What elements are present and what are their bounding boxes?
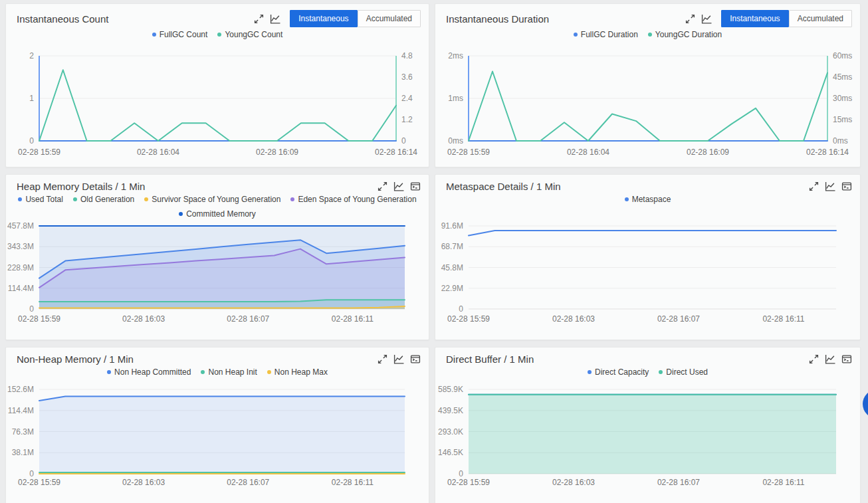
- svg-text:22.9M: 22.9M: [441, 284, 463, 293]
- svg-text:02-28 16:11: 02-28 16:11: [332, 478, 374, 487]
- legend-label: YoungGC Count: [225, 30, 282, 39]
- svg-text:0ms: 0ms: [448, 136, 463, 146]
- expand-icon[interactable]: [254, 14, 264, 24]
- legend-item[interactable]: Committed Memory: [179, 209, 256, 219]
- console-icon[interactable]: [841, 354, 852, 364]
- svg-text:439.5K: 439.5K: [438, 406, 463, 415]
- svg-text:02-28 16:03: 02-28 16:03: [552, 314, 595, 324]
- line-chart-icon[interactable]: [270, 14, 280, 24]
- svg-text:0ms: 0ms: [833, 136, 848, 146]
- legend-dot-icon: [152, 33, 156, 37]
- legend-item[interactable]: FullGC Duration: [574, 30, 638, 39]
- expand-icon[interactable]: [378, 354, 387, 364]
- legend-item[interactable]: Metaspace: [625, 195, 671, 204]
- accumulated-button[interactable]: Accumulated: [789, 10, 852, 27]
- panel-metaspace-details: Metaspace Details / 1 Min Metaspace 91.6…: [435, 174, 861, 340]
- svg-text:1ms: 1ms: [448, 94, 463, 103]
- svg-text:114.4M: 114.4M: [8, 406, 34, 415]
- legend-label: Non Heap Init: [208, 367, 257, 377]
- legend-label: FullGC Duration: [581, 30, 638, 39]
- svg-text:114.4M: 114.4M: [8, 284, 34, 293]
- instantaneous-button[interactable]: Instantaneous: [290, 10, 357, 27]
- line-chart-icon[interactable]: [393, 354, 404, 364]
- legend-row: Non Heap CommittedNon Heap InitNon Heap …: [107, 365, 328, 379]
- panel-direct-buffer: Direct Buffer / 1 Min Direct CapacityDir…: [435, 347, 861, 503]
- legend-row: FullGC CountYoungGC Count: [152, 27, 283, 42]
- panel-header: Instantaneous Count Instantaneous Accumu…: [6, 4, 429, 27]
- expand-icon[interactable]: [378, 181, 387, 191]
- legend-item[interactable]: Survivor Space of Young Generation: [144, 195, 280, 204]
- panel-actions: [809, 354, 852, 364]
- legend-dot-icon: [574, 33, 578, 37]
- svg-text:1.2: 1.2: [401, 115, 413, 124]
- chart-canvas: 152.6M114.4M76.3M38.1M002-28 15:5902-28 …: [6, 381, 429, 490]
- svg-text:0: 0: [401, 136, 406, 146]
- instantaneous-button[interactable]: Instantaneous: [721, 10, 788, 27]
- legend-label: Old Generation: [80, 195, 134, 204]
- legend-item[interactable]: Direct Capacity: [588, 367, 649, 377]
- line-chart-icon[interactable]: [825, 181, 835, 191]
- legend-row: Committed Memory: [179, 207, 256, 221]
- legend-item[interactable]: Non Heap Init: [201, 367, 257, 377]
- chart-canvas: 2104.83.62.41.2002-28 15:5902-28 16:0402…: [6, 42, 429, 160]
- legend-item[interactable]: Non Heap Max: [267, 367, 328, 377]
- svg-text:02-28 15:59: 02-28 15:59: [18, 314, 60, 324]
- panel-title: Metaspace Details / 1 Min: [446, 181, 561, 192]
- svg-text:4.8: 4.8: [401, 51, 413, 60]
- svg-text:76.3M: 76.3M: [12, 427, 34, 437]
- svg-text:02-28 16:04: 02-28 16:04: [567, 148, 609, 157]
- console-icon[interactable]: [410, 354, 421, 364]
- legend-item[interactable]: Direct Used: [659, 367, 708, 377]
- panel-actions: Instantaneous Accumulated: [254, 10, 421, 27]
- svg-text:343.3M: 343.3M: [7, 242, 34, 251]
- svg-text:45ms: 45ms: [833, 72, 852, 82]
- svg-text:38.1M: 38.1M: [12, 448, 34, 457]
- svg-text:02-28 15:59: 02-28 15:59: [447, 314, 490, 324]
- panel-title: Heap Memory Details / 1 Min: [17, 181, 145, 192]
- accumulated-button[interactable]: Accumulated: [358, 10, 421, 27]
- legend-label: Metaspace: [632, 195, 671, 204]
- svg-text:02-28 16:11: 02-28 16:11: [332, 314, 374, 324]
- line-chart-icon[interactable]: [825, 354, 835, 364]
- line-chart-icon[interactable]: [393, 181, 404, 191]
- legend-label: FullGC Count: [160, 30, 208, 39]
- panel-non-heap-memory: Non-Heap Memory / 1 Min Non Heap Committ…: [5, 347, 429, 503]
- expand-icon[interactable]: [809, 181, 819, 191]
- legend-label: Non Heap Max: [274, 367, 328, 377]
- svg-text:02-28 16:07: 02-28 16:07: [227, 478, 269, 487]
- legend-item[interactable]: YoungGC Duration: [648, 30, 722, 39]
- legend-item[interactable]: Old Generation: [73, 195, 134, 204]
- console-icon[interactable]: [410, 181, 421, 191]
- legend-dot-icon: [588, 370, 592, 374]
- chart-legend: Used TotalOld GenerationSurvivor Space o…: [6, 192, 429, 222]
- svg-text:91.6M: 91.6M: [441, 222, 463, 231]
- panel-header: Metaspace Details / 1 Min: [435, 175, 860, 192]
- panel-header: Instantaneous Duration Instantaneous Acc…: [435, 4, 860, 27]
- legend-dot-icon: [648, 33, 652, 37]
- legend-dot-icon: [144, 197, 148, 201]
- console-icon[interactable]: [841, 181, 852, 191]
- chart-canvas: 585.9K439.5K293.0K146.5K002-28 15:5902-2…: [435, 381, 860, 490]
- expand-icon[interactable]: [685, 14, 695, 24]
- legend-item[interactable]: Non Heap Committed: [107, 367, 191, 377]
- panel-actions: [378, 181, 421, 191]
- svg-text:02-28 16:04: 02-28 16:04: [137, 148, 179, 157]
- legend-label: Survivor Space of Young Generation: [152, 195, 280, 204]
- expand-icon[interactable]: [809, 354, 819, 364]
- svg-text:30ms: 30ms: [833, 94, 852, 103]
- chart-canvas: 91.6M68.7M45.8M22.9M002-28 15:5902-28 16…: [435, 222, 860, 325]
- svg-text:15ms: 15ms: [833, 115, 852, 124]
- svg-text:68.7M: 68.7M: [441, 242, 463, 251]
- legend-dot-icon: [107, 370, 111, 374]
- panel-title: Instantaneous Count: [17, 13, 108, 25]
- panel-header: Heap Memory Details / 1 Min: [6, 175, 429, 192]
- legend-label: Eden Space of Young Generation: [298, 195, 416, 204]
- legend-item[interactable]: Eden Space of Young Generation: [290, 195, 416, 204]
- legend-dot-icon: [267, 370, 271, 374]
- line-chart-icon[interactable]: [701, 14, 712, 24]
- legend-item[interactable]: YoungGC Count: [217, 30, 282, 39]
- legend-item[interactable]: Used Total: [18, 195, 62, 204]
- legend-item[interactable]: FullGC Count: [152, 30, 208, 39]
- panel-title: Instantaneous Duration: [446, 13, 549, 25]
- svg-text:02-28 15:59: 02-28 15:59: [18, 148, 60, 157]
